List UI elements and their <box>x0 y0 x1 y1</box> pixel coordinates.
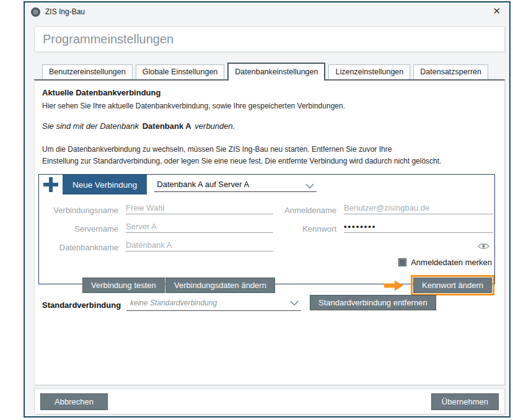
close-icon[interactable]: ✕ <box>493 6 501 17</box>
kennwort-label: Kennwort <box>274 224 336 234</box>
chevron-down-icon <box>290 299 299 308</box>
datenbankname-input[interactable] <box>126 239 273 252</box>
remove-default-connection-button[interactable]: Standardverbindung entfernen <box>310 295 436 310</box>
eye-icon[interactable] <box>478 242 489 253</box>
tab-content-datenbankeinstellungen: Aktuelle Datenbankverbindung Hier sehen … <box>34 79 505 385</box>
section-subtitle: Hier sehen Sie Ihre aktuelle Datenbankve… <box>42 102 345 110</box>
verbindungsname-input[interactable] <box>126 202 273 214</box>
connection-panel-header: Neue Verbindung Datenbank A auf Server A <box>39 175 494 195</box>
section-title: Aktuelle Datenbankverbindung <box>42 88 160 97</box>
remember-credentials-row: Anmeldedaten merken <box>398 258 492 267</box>
dialog-window: ZIS Ing-Bau ✕ Programmeinstellungen Benu… <box>24 1 511 418</box>
add-connection-button[interactable] <box>39 175 63 195</box>
info-paragraph: Um die Datenbankverbindung zu wechseln, … <box>42 144 441 167</box>
change-connection-data-button[interactable]: Verbindungsdaten ändern <box>165 278 275 293</box>
remember-label: Anmeldedaten merken <box>411 258 492 267</box>
tab-datenbankeinstellungen[interactable]: Datenbankeinstellungen <box>227 63 325 81</box>
tab-datensatzsperren[interactable]: Datensatzsperren <box>413 64 488 79</box>
datenbankname-label: Datenbankname <box>39 243 118 252</box>
status-prefix: Sie sind mit der Datenbank <box>42 121 139 131</box>
default-connection-label: Standardverbindung <box>42 300 121 310</box>
app-logo-icon <box>31 7 40 17</box>
servername-input[interactable] <box>126 221 273 233</box>
tab-bar: Benutzereinstellungen Globale Einstellun… <box>42 63 488 79</box>
anmeldename-label: Anmeldename <box>274 206 336 215</box>
anmeldename-input[interactable] <box>344 202 493 214</box>
change-password-button[interactable]: Kennwort ändern <box>413 278 492 293</box>
default-connection-select[interactable]: keine Standardverbindung <box>126 295 301 311</box>
cancel-button[interactable]: Abbrechen <box>40 393 108 410</box>
tab-benutzereinstellungen[interactable]: Benutzereinstellungen <box>42 64 133 79</box>
test-connection-button[interactable]: Verbindung testen <box>82 278 165 293</box>
page-title: Programmeinstellungen <box>34 26 505 52</box>
tab-lizenzeinstellungen[interactable]: Lizenzeinstellungen <box>328 64 410 79</box>
footer-bar: Abbrechen Übernehmen <box>34 388 505 414</box>
new-connection-button[interactable]: Neue Verbindung <box>63 175 147 195</box>
status-database-name: Datenbank A <box>141 121 193 131</box>
connection-status-text: Sie sind mit der Datenbank Datenbank A v… <box>42 121 235 131</box>
tab-globale-einstellungen[interactable]: Globale Einstellungen <box>136 64 225 79</box>
apply-button[interactable]: Übernehmen <box>431 393 499 410</box>
title-bar: ZIS Ing-Bau ✕ <box>25 2 509 21</box>
kennwort-input[interactable] <box>344 221 493 233</box>
remember-checkbox[interactable] <box>398 258 406 266</box>
info-line-1: Um die Datenbankverbindung zu wechseln, … <box>42 145 392 154</box>
chevron-down-icon <box>305 182 314 191</box>
info-line-2: Einstellung zur Standardverbindung, oder… <box>42 157 441 165</box>
default-connection-select-value: keine Standardverbindung <box>130 299 217 307</box>
connection-select-value: Datenbank A auf Server A <box>157 180 249 189</box>
connection-select[interactable]: Datenbank A auf Server A <box>154 177 317 192</box>
servername-label: Servername <box>39 224 118 234</box>
verbindungsname-label: Verbindungsname <box>39 206 118 215</box>
window-title: ZIS Ing-Bau <box>45 7 85 16</box>
orange-arrow-right-icon <box>384 280 404 294</box>
plus-icon <box>43 177 59 193</box>
connection-panel: Neue Verbindung Datenbank A auf Server A… <box>38 174 495 284</box>
status-suffix: verbunden. <box>195 121 235 131</box>
